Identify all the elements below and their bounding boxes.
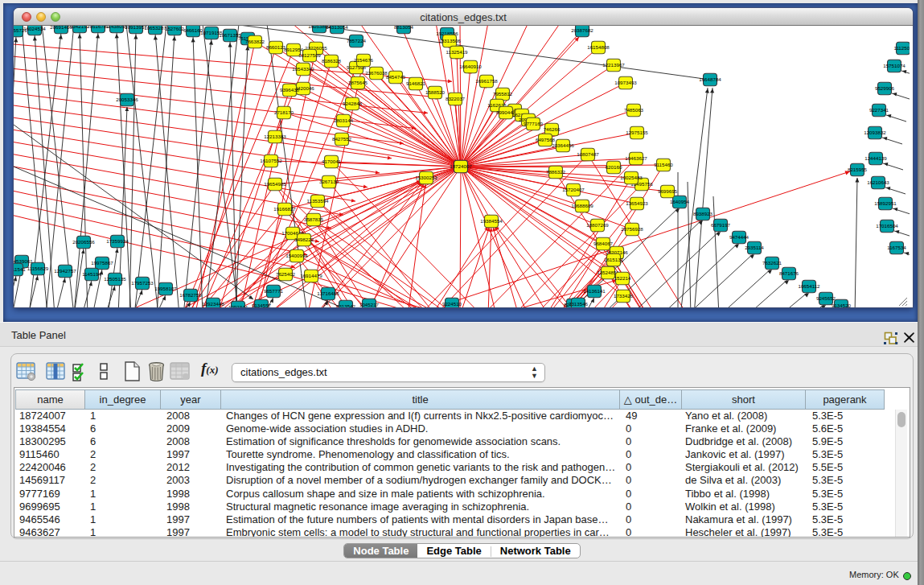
svg-text:17957253: 17957253 [131,280,154,286]
svg-text:9657771: 9657771 [264,288,284,294]
svg-text:1875645: 1875645 [348,80,368,85]
svg-text:13716485: 13716485 [317,290,339,296]
svg-text:7485063: 7485063 [624,107,644,113]
svg-text:12923448: 12923448 [202,301,224,307]
svg-text:15720407: 15720407 [562,187,585,192]
svg-text:16782759: 16782759 [179,292,202,298]
svg-text:1588520: 1588520 [425,89,446,95]
svg-text:9777169: 9777169 [524,121,544,126]
svg-text:6679197: 6679197 [711,222,731,228]
svg-text:8186328: 8186328 [322,58,342,64]
svg-text:8322037: 8322037 [446,96,466,101]
svg-text:2718170: 2718170 [274,109,294,115]
svg-text:12942757: 12942757 [54,268,76,274]
svg-text:10654112: 10654112 [798,283,820,289]
svg-text:11325419: 11325419 [446,49,468,55]
svg-text:9242848: 9242848 [343,101,363,106]
svg-text:19958107: 19958107 [154,286,177,291]
svg-text:9224510: 9224510 [442,301,462,307]
svg-text:9529906: 9529906 [875,85,895,91]
svg-text:16648784: 16648784 [699,76,721,82]
svg-text:3911541: 3911541 [14,266,26,272]
svg-text:7625402: 7625402 [276,271,296,277]
svg-text:1640954: 1640954 [670,199,690,204]
svg-text:15300253: 15300253 [415,175,437,180]
svg-text:3498222: 3498222 [294,237,314,242]
svg-text:6497568: 6497568 [536,137,556,142]
svg-text:8938923: 8938923 [693,211,713,216]
svg-text:16024534: 16024534 [23,26,46,31]
svg-text:7632621: 7632621 [762,260,782,266]
svg-text:10653287: 10653287 [144,26,166,31]
svg-text:17016504: 17016504 [876,223,898,229]
svg-text:8427552: 8427552 [332,136,352,142]
svg-text:15751074: 15751074 [883,63,906,68]
svg-text:2935114: 2935114 [745,245,764,250]
svg-text:12213383: 12213383 [264,134,286,139]
svg-text:9474444: 9474444 [729,234,749,240]
svg-text:10973493: 10973493 [614,80,637,85]
svg-text:10025483: 10025483 [620,175,643,180]
svg-text:16640910: 16640910 [459,64,482,69]
svg-text:9699695: 9699695 [658,188,678,194]
svg-text:7857224: 7857224 [347,38,367,43]
svg-text:12975155: 12975155 [626,130,648,135]
svg-text:152214: 152214 [614,275,631,281]
svg-text:620160: 620160 [606,164,622,170]
svg-text:14136141: 14136141 [583,288,606,294]
svg-text:8912954: 8912954 [284,47,304,52]
svg-text:11353594: 11353594 [306,198,329,204]
svg-text:10688609: 10688609 [571,203,593,208]
svg-text:18724007: 18724007 [450,163,472,169]
svg-text:19654985: 19654985 [264,181,286,187]
svg-text:2154676: 2154676 [354,57,374,63]
svg-text:20206556: 20206556 [72,239,95,245]
svg-text:3587835: 3587835 [304,216,324,222]
svg-text:7886322: 7886322 [546,169,566,175]
svg-text:1167534: 1167534 [887,245,906,250]
svg-text:9115460: 9115460 [654,162,673,167]
svg-text:12444139: 12444139 [864,155,887,161]
svg-text:8313542: 8313542 [336,303,356,307]
svg-text:9146821: 9146821 [406,80,426,86]
svg-text:20756928: 20756928 [621,226,643,232]
svg-text:1292344: 1292344 [228,304,248,307]
svg-text:12093832: 12093832 [864,130,886,135]
svg-text:12505135: 12505135 [104,276,126,282]
svg-text:8471676: 8471676 [779,270,799,276]
svg-text:2803144: 2803144 [334,117,354,123]
svg-text:20053346: 20053346 [116,97,138,102]
svg-text:19463627: 19463627 [625,155,647,161]
svg-text:1527602: 1527602 [165,26,185,31]
svg-text:1615132: 1615132 [604,257,624,262]
svg-text:8454749: 8454749 [386,74,406,80]
svg-text:18313506: 18313506 [438,38,461,43]
svg-text:23676038: 23676038 [365,70,388,76]
svg-text:19384554: 19384554 [480,218,503,224]
svg-text:7663822: 7663822 [245,39,265,44]
svg-text:1145194: 1145194 [82,271,101,277]
svg-text:7313546: 7313546 [569,301,589,307]
svg-text:19975867: 19975867 [91,260,113,266]
svg-text:16961758: 16961758 [475,78,498,84]
svg-text:9245652: 9245652 [816,295,836,301]
svg-text:1733426: 1733426 [614,293,634,299]
svg-text:8215955: 8215955 [848,167,868,172]
svg-text:16914479: 16914479 [300,273,322,278]
svg-text:9134557: 9134557 [252,303,272,307]
svg-text:9134520: 9134520 [832,303,852,307]
svg-text:746266: 746266 [544,126,561,132]
svg-text:15892951: 15892951 [874,200,897,206]
svg-text:10543342: 10543342 [292,66,314,72]
svg-text:20387682: 20387682 [571,27,593,33]
svg-text:18807269: 18807269 [586,222,609,228]
svg-text:16154808: 16154808 [587,44,610,50]
svg-text:9684067: 9684067 [593,241,614,246]
svg-text:8813054: 8813054 [394,26,414,30]
svg-text:16210643: 16210643 [867,179,889,185]
svg-text:20364456: 20364456 [552,142,574,148]
svg-text:18127509: 18127509 [298,52,321,58]
svg-text:17359924: 17359924 [106,238,129,244]
svg-text:4170041: 4170041 [322,159,342,164]
svg-text:15400994: 15400994 [285,253,308,258]
